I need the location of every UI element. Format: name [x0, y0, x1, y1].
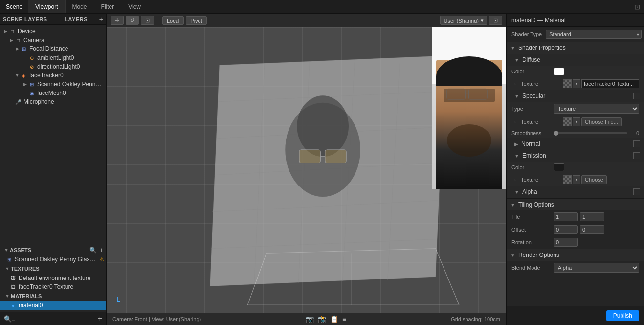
viewport-canvas[interactable]: L: [107, 27, 506, 313]
vp-expand-btn[interactable]: ⊡: [489, 16, 502, 25]
vp-btn-move[interactable]: ✛: [111, 16, 124, 25]
normal-title: Normal: [521, 140, 540, 147]
diffuse-header[interactable]: ▼ Diffuse: [507, 54, 644, 66]
diffuse-texture-picker: ▾ faceTracker0 Textu...: [563, 79, 639, 88]
right-panel-bottom: Publish: [507, 306, 644, 325]
grid-spacing-label: Grid spacing: 100cm: [451, 316, 500, 322]
offset-y-input[interactable]: 0: [580, 225, 604, 234]
emission-color-swatch[interactable]: [554, 163, 564, 171]
search-bottom-icon[interactable]: 🔍: [4, 315, 12, 323]
material-item-material0[interactable]: ● material0: [0, 301, 106, 310]
tile-y-input[interactable]: 1: [580, 212, 604, 221]
textures-arrow: ▼: [4, 265, 11, 272]
tab-mode[interactable]: Mode: [66, 0, 94, 13]
specular-texture-picker: ▾ Choose File...: [563, 117, 639, 126]
preview-window: [432, 27, 506, 189]
left-bottom-bar: 🔍 ≡ +: [0, 312, 106, 325]
alpha-header[interactable]: ▼ Alpha: [507, 186, 644, 198]
offset-values: 0 0: [554, 225, 639, 234]
add-asset-icon[interactable]: +: [100, 247, 103, 254]
tab-filter[interactable]: Filter: [94, 0, 122, 13]
diffuse-title: Diffuse: [522, 56, 540, 63]
specular-checkbox[interactable]: [633, 93, 640, 99]
tree-item-camera[interactable]: ▶ □ Camera: [0, 36, 106, 45]
tree-item-facemesh[interactable]: ▶ ◉ faceMesh0: [0, 89, 106, 97]
emission-choose-btn[interactable]: Choose: [581, 175, 607, 184]
vp-snapshot-icon[interactable]: 📸: [318, 315, 326, 323]
vp-view-dropdown[interactable]: User (Sharing) ▾: [440, 16, 487, 25]
tree-item-facetracker[interactable]: ▼ ◈ faceTracker0: [0, 71, 106, 80]
normal-checkbox[interactable]: [633, 140, 640, 147]
vp-btn-scale[interactable]: ⊡: [141, 16, 154, 25]
render-header[interactable]: ▼ Render Options: [507, 249, 644, 261]
shader-type-select[interactable]: Standard: [546, 30, 642, 39]
tree-item-ambient[interactable]: ▶ ⊙ ambientLight0: [0, 53, 106, 62]
tree-item-scanned[interactable]: ▶ ⊞ Scanned Oakley Penny Gl...: [0, 80, 106, 89]
materials-header[interactable]: ▼ Materials: [0, 291, 106, 301]
specular-header[interactable]: ▼ Specular: [507, 90, 644, 102]
emission-toggle: ▼: [514, 153, 519, 159]
texture-item-facetracker[interactable]: 🖼 faceTracker0 Texture: [0, 282, 106, 291]
blend-mode-row: Blend Mode Alpha: [507, 261, 644, 275]
diffuse-color-label: Color: [511, 69, 551, 74]
specular-toggle: ▼: [514, 93, 519, 99]
diffuse-color-swatch[interactable]: [554, 68, 564, 75]
rotation-input[interactable]: 0: [554, 238, 578, 247]
panel-icons: +: [99, 15, 103, 23]
label-scanned: Scanned Oakley Penny Gl...: [37, 81, 104, 88]
diffuse-tex-dropdown[interactable]: ▾: [573, 79, 580, 88]
expand-icon[interactable]: ⊡: [634, 3, 640, 11]
publish-button[interactable]: Publish: [606, 310, 639, 321]
label-focal: Focal Distance: [29, 46, 68, 52]
tiling-header[interactable]: ▼ Tiling Options: [507, 199, 644, 210]
vp-menu-icon[interactable]: ≡: [342, 315, 346, 323]
vp-camera-icon[interactable]: 📷: [306, 315, 314, 323]
texture-item-default[interactable]: 🖼 Default environment texture: [0, 274, 106, 282]
smoothness-slider[interactable]: [554, 132, 627, 134]
tree-item-device[interactable]: ▶ □ Device: [0, 27, 106, 36]
add-bottom-icon[interactable]: +: [98, 314, 102, 323]
add-layer-icon[interactable]: +: [99, 15, 103, 23]
tree-item-microphone[interactable]: ▶ 🎤 Microphone: [0, 97, 106, 106]
emission-tex-thumb[interactable]: [563, 175, 572, 184]
tab-viewport[interactable]: Viewport: [28, 0, 65, 13]
layers-tab[interactable]: Layers: [65, 16, 88, 22]
main-layout: Scene Layers Layers + ▶ □ Device ▶ □ Cam…: [0, 14, 644, 325]
top-bar-tabs: Viewport Mode Filter View: [28, 0, 148, 13]
tiling-toggle: ▼: [511, 202, 515, 208]
alpha-checkbox[interactable]: [633, 188, 640, 195]
specular-tex-thumb[interactable]: [563, 117, 572, 126]
specular-type-row: Type Texture: [507, 102, 644, 116]
tree-item-focal[interactable]: ▶ ⊞ Focal Distance: [0, 45, 106, 53]
blend-mode-select[interactable]: Alpha: [554, 263, 639, 273]
icon-device: □: [9, 28, 16, 35]
diffuse-tex-name[interactable]: faceTracker0 Textu...: [581, 79, 639, 88]
offset-x-input[interactable]: 0: [554, 225, 578, 234]
tab-view[interactable]: View: [121, 0, 148, 13]
vp-btn-pivot[interactable]: Pivot: [186, 16, 206, 25]
vp-separator-1: [158, 16, 158, 25]
vp-share-icon[interactable]: 📋: [330, 315, 338, 323]
tile-x-input[interactable]: 1: [554, 212, 578, 221]
diffuse-tex-thumb[interactable]: [563, 79, 572, 88]
vp-btn-local[interactable]: Local: [162, 16, 184, 25]
emission-title: Emission: [522, 152, 546, 159]
emission-tex-dropdown[interactable]: ▾: [573, 175, 580, 184]
vp-btn-rotate[interactable]: ↺: [126, 16, 139, 25]
emission-checkbox[interactable]: [633, 152, 640, 159]
viewport-toolbar: ✛ ↺ ⊡ Local Pivot User (Sharing) ▾ ⊡: [107, 14, 506, 27]
emission-header[interactable]: ▼ Emission: [507, 150, 644, 162]
specular-tex-dropdown[interactable]: ▾: [573, 117, 580, 126]
assets-header[interactable]: ▼ Assets 🔍 +: [0, 245, 106, 255]
textures-header[interactable]: ▼ Textures: [0, 264, 106, 274]
right-panel-header: material0 — Material: [507, 14, 644, 27]
filter-bottom-icon[interactable]: ≡: [12, 315, 16, 323]
asset-item-scanned[interactable]: ⊞ Scanned Oakley Penny Glasses ⚠: [0, 255, 106, 264]
specular-type-select[interactable]: Texture: [554, 104, 639, 114]
specular-choose-file-btn[interactable]: Choose File...: [581, 117, 622, 126]
tree-item-directional[interactable]: ▶ ⊘ directionalLight0: [0, 62, 106, 71]
search-icon[interactable]: 🔍: [89, 247, 97, 254]
shader-properties-header[interactable]: ▼ Shader Properties: [507, 42, 644, 54]
svg-rect-23: [299, 150, 320, 163]
normal-header[interactable]: ▶ Normal: [507, 138, 644, 150]
